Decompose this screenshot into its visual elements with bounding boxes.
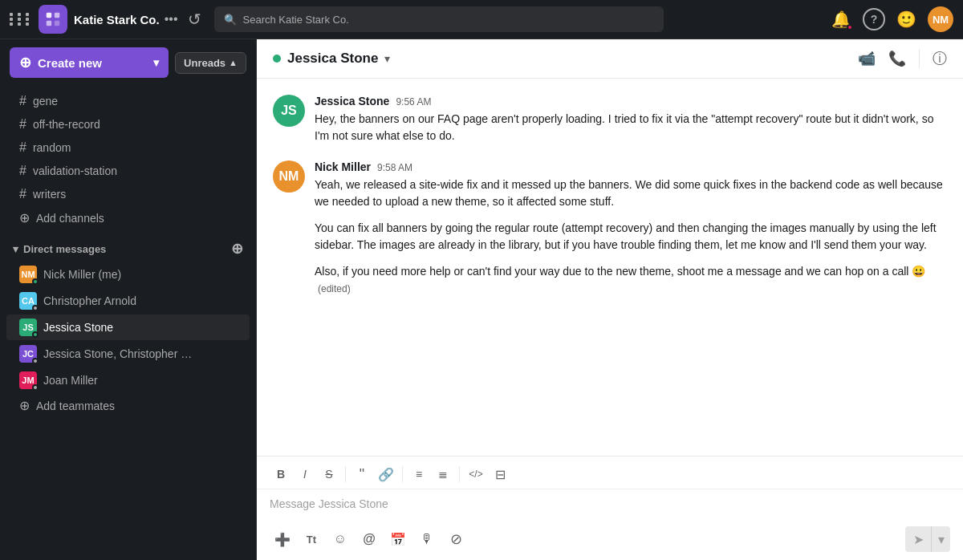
dm-chevron-icon: ▾ bbox=[13, 243, 18, 255]
channel-name: gene bbox=[33, 95, 58, 108]
italic-button[interactable]: I bbox=[294, 463, 316, 485]
svg-rect-1 bbox=[55, 13, 59, 18]
message-author: Nick Miller bbox=[315, 160, 371, 173]
dm-item-christopher-arnold[interactable]: CA Christopher Arnold bbox=[6, 288, 250, 314]
sidebar-item-off-the-record[interactable]: # off-the-record bbox=[6, 113, 250, 136]
blockquote-button[interactable]: " bbox=[351, 463, 373, 485]
dm-avatar-nick: NM bbox=[19, 266, 37, 283]
workspace-name[interactable]: Katie Stark Co. ••• bbox=[74, 12, 178, 26]
hash-icon: # bbox=[19, 187, 26, 201]
unreads-button[interactable]: Unreads ▲ bbox=[175, 52, 246, 74]
chat-title-chevron-icon[interactable]: ▾ bbox=[384, 52, 390, 65]
code-button[interactable]: </> bbox=[465, 463, 487, 485]
notifications-icon[interactable]: 🔔 bbox=[831, 10, 851, 29]
search-bar[interactable]: 🔍 Search Katie Stark Co. bbox=[214, 6, 664, 32]
history-icon[interactable]: ↺ bbox=[188, 10, 201, 29]
send-message-button[interactable]: ➤ bbox=[905, 526, 931, 552]
info-icon[interactable]: ⓘ bbox=[933, 49, 947, 68]
message-jessica: JS Jessica Stone 9:56 AM Hey, the banner… bbox=[273, 95, 947, 144]
mention-button[interactable]: @ bbox=[356, 526, 382, 552]
emoji-icon[interactable]: 🙂 bbox=[896, 10, 916, 29]
voice-button[interactable]: 🎙 bbox=[414, 526, 440, 552]
phone-call-icon[interactable]: 📞 bbox=[888, 50, 906, 67]
svg-rect-2 bbox=[47, 21, 51, 26]
sidebar-item-writers[interactable]: # writers bbox=[6, 183, 250, 205]
hash-icon: # bbox=[19, 117, 26, 132]
toolbar-sep bbox=[402, 466, 403, 482]
message-meta: Nick Miller 9:58 AM bbox=[315, 160, 947, 173]
video-call-icon[interactable]: 📹 bbox=[858, 50, 876, 67]
sidebar-list: # gene # off-the-record # random # valid… bbox=[0, 86, 256, 560]
topbar-actions: 🔔 ? 🙂 NM bbox=[831, 6, 953, 32]
sidebar-top: ⊕ Create new ▾ Unreads ▲ bbox=[0, 39, 256, 86]
editor-actions: ➕ Tt ☺ @ 📅 🎙 ⊘ ➤ ▾ bbox=[257, 521, 963, 560]
sidebar-item-add-channels[interactable]: ⊕ Add channels bbox=[6, 206, 250, 229]
dm-item-jessica-stone[interactable]: JS Jessica Stone bbox=[6, 314, 250, 340]
svg-rect-0 bbox=[47, 13, 51, 18]
offline-status-dot bbox=[32, 358, 39, 364]
chat-header: Jessica Stone ▾ 📹 📞 ⓘ bbox=[257, 39, 963, 79]
sidebar-item-add-teammates[interactable]: ⊕ Add teammates bbox=[6, 394, 250, 417]
plus-icon: ⊕ bbox=[19, 54, 31, 71]
sidebar-item-random[interactable]: # random bbox=[6, 136, 250, 159]
dm-section-label: Direct messages bbox=[23, 243, 106, 255]
schedule-button[interactable]: 📅 bbox=[385, 526, 411, 552]
workspace-more-icon[interactable]: ••• bbox=[165, 12, 178, 26]
chat-area: Jessica Stone ▾ 📹 📞 ⓘ JS Jessica Stone 9… bbox=[257, 39, 963, 560]
channel-name: random bbox=[33, 141, 71, 154]
bold-button[interactable]: B bbox=[270, 463, 292, 485]
dm-section-header[interactable]: ▾ Direct messages ⊕ bbox=[0, 230, 256, 261]
editor-toolbar: B I S " 🔗 ≡ ≣ </> ⊟ bbox=[257, 457, 963, 489]
app-logo[interactable] bbox=[39, 5, 67, 34]
sidebar-item-general[interactable]: # gene bbox=[6, 90, 250, 112]
create-new-button[interactable]: ⊕ Create new ▾ bbox=[10, 47, 169, 78]
message-time: 9:56 AM bbox=[396, 96, 431, 108]
dm-avatar-christopher: CA bbox=[19, 292, 37, 310]
search-icon: 🔍 bbox=[224, 14, 237, 26]
add-channels-label: Add channels bbox=[36, 212, 104, 225]
toolbar-sep bbox=[345, 466, 346, 482]
plus-icon: ⊕ bbox=[19, 210, 30, 225]
slash-command-button[interactable]: ⊘ bbox=[443, 526, 469, 552]
dm-item-jessica-christopher[interactable]: JC Jessica Stone, Christopher … bbox=[6, 341, 250, 367]
online-indicator bbox=[273, 55, 281, 63]
apps-grid-icon[interactable] bbox=[10, 13, 32, 26]
dm-avatar-group: JC bbox=[19, 345, 37, 363]
offline-status-dot bbox=[32, 305, 39, 311]
message-text: Hey, the banners on our FAQ page aren't … bbox=[315, 111, 947, 144]
chat-editor: B I S " 🔗 ≡ ≣ </> ⊟ Message Jessica Ston… bbox=[257, 456, 963, 560]
avatar: NM bbox=[273, 160, 305, 193]
unordered-list-button[interactable]: ≣ bbox=[432, 463, 454, 485]
toolbar-sep bbox=[459, 466, 460, 482]
message-content: Nick Miller 9:58 AM Yeah, we released a … bbox=[315, 160, 947, 297]
editor-input-area[interactable]: Message Jessica Stone bbox=[257, 489, 963, 521]
dm-avatar-joan: JM bbox=[19, 371, 37, 389]
chat-header-actions: 📹 📞 ⓘ bbox=[858, 49, 947, 68]
message-text: Yeah, we released a site-wide fix and it… bbox=[315, 177, 947, 297]
unreads-label: Unreads bbox=[184, 57, 226, 69]
message-nick: NM Nick Miller 9:58 AM Yeah, we released… bbox=[273, 160, 947, 297]
code-block-button[interactable]: ⊟ bbox=[489, 463, 511, 485]
emoji-picker-button[interactable]: ☺ bbox=[327, 526, 353, 552]
sidebar-item-validation-station[interactable]: # validation-station bbox=[6, 160, 250, 182]
dm-item-nick-miller[interactable]: NM Nick Miller (me) bbox=[6, 262, 250, 287]
search-placeholder: Search Katie Stark Co. bbox=[243, 14, 349, 26]
link-button[interactable]: 🔗 bbox=[375, 463, 397, 485]
dm-name: Joan Miller bbox=[43, 374, 98, 387]
add-attachment-button[interactable]: ➕ bbox=[270, 526, 295, 552]
chat-messages: JS Jessica Stone 9:56 AM Hey, the banner… bbox=[257, 79, 963, 456]
main-layout: ⊕ Create new ▾ Unreads ▲ # gene # off-th… bbox=[0, 39, 963, 560]
add-dm-button[interactable]: ⊕ bbox=[231, 240, 243, 258]
send-dropdown-button[interactable]: ▾ bbox=[931, 526, 950, 552]
ordered-list-button[interactable]: ≡ bbox=[408, 463, 430, 485]
dm-item-joan-miller[interactable]: JM Joan Miller bbox=[6, 367, 250, 393]
strikethrough-button[interactable]: S bbox=[318, 463, 340, 485]
message-meta: Jessica Stone 9:56 AM bbox=[315, 95, 947, 108]
message-author: Jessica Stone bbox=[315, 95, 389, 108]
hash-icon: # bbox=[19, 94, 26, 108]
user-avatar[interactable]: NM bbox=[928, 6, 953, 32]
help-icon[interactable]: ? bbox=[863, 8, 885, 30]
dm-avatar-jessica: JS bbox=[19, 319, 37, 336]
text-format-button[interactable]: Tt bbox=[299, 526, 324, 552]
avatar: JS bbox=[273, 95, 305, 127]
